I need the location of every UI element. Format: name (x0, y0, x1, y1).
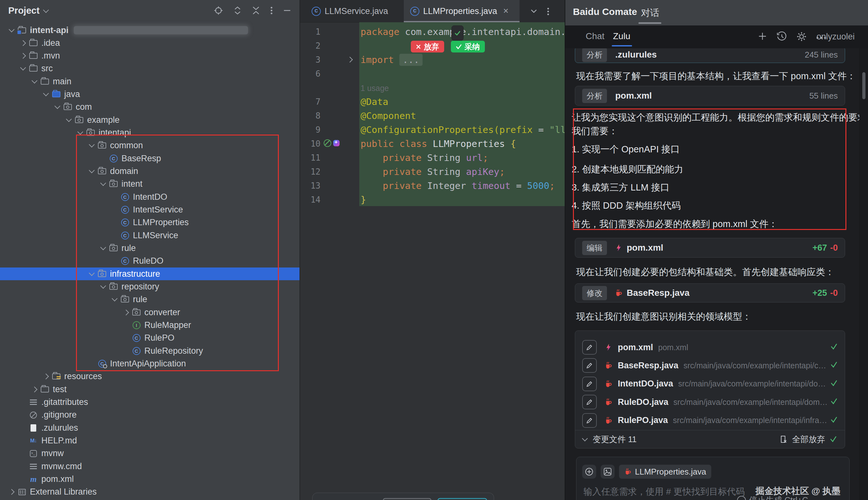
diff-approve-check[interactable] (451, 25, 464, 41)
tree-item-src[interactable]: src (0, 62, 300, 75)
collapse-all-icon[interactable] (252, 6, 260, 15)
tree-item-baseresp[interactable]: CBaseResp (0, 152, 300, 165)
tab-llmservice[interactable]: C LLMService.java (305, 0, 395, 22)
tree-item-repository[interactable]: repository (0, 281, 300, 293)
tree-item-ruledo[interactable]: CRuleDO (0, 255, 300, 268)
tree-item--gitattributes[interactable]: .gitattributes (0, 396, 300, 409)
tree-item-intent-api[interactable]: intent-api (0, 24, 300, 37)
mode-chat[interactable]: Chat (586, 31, 604, 41)
tree-item-rulemapper[interactable]: IRuleMapper (0, 319, 300, 332)
chevron-down-icon[interactable] (66, 116, 71, 122)
tree-item-common[interactable]: common (0, 139, 300, 152)
analysis-card-zulurules[interactable]: 分析 .zulurules 245 lines (575, 48, 845, 63)
tree-item--gitignore[interactable]: .gitignore (0, 409, 300, 421)
tree-item-mvnw[interactable]: mvnw (0, 447, 300, 460)
chevron-down-icon[interactable] (43, 7, 49, 13)
popup-primary-button[interactable] (438, 498, 487, 500)
expand-collapse-icon[interactable] (233, 6, 242, 15)
check-icon[interactable] (830, 361, 838, 370)
tree-item-rulepo[interactable]: CRulePO (0, 332, 300, 344)
tree-item-mvnw-cmd[interactable]: mvnw.cmd (0, 460, 300, 473)
tree-item-rule[interactable]: rule (0, 242, 300, 255)
chevron-right-icon[interactable] (123, 309, 129, 315)
edit-file-icon[interactable] (582, 340, 597, 355)
edit-card-pom[interactable]: 编辑 pom.xml +67-0 (575, 238, 845, 258)
project-panel-title[interactable]: Project (8, 5, 39, 16)
discard-all-label[interactable]: 全部放弃 (792, 434, 825, 445)
chat-scrollbar-thumb[interactable] (862, 72, 866, 99)
prompt-placeholder[interactable]: 输入任意需求，使用 # 更快找到目标代码 (583, 486, 745, 498)
tree-item-intentservice[interactable]: CIntentService (0, 204, 300, 216)
chevron-down-icon[interactable] (32, 78, 37, 83)
close-icon[interactable]: ✕ (503, 7, 509, 15)
new-chat-icon[interactable] (757, 31, 767, 43)
chevron-down-icon[interactable] (100, 283, 106, 288)
chevron-down-icon[interactable] (54, 103, 60, 109)
tree-item-llmservice[interactable]: CLLMService (0, 229, 300, 242)
changed-file-row[interactable]: pom.xmlpom.xml (575, 339, 845, 356)
chevron-down-icon[interactable] (20, 65, 26, 71)
spring-bean-gutter-icon[interactable] (324, 139, 331, 147)
tree-item-intentapiapplication[interactable]: CIntentApiApplication (0, 357, 300, 370)
gear-icon[interactable] (796, 31, 807, 43)
edit-file-icon[interactable] (582, 395, 597, 409)
hide-panel-icon[interactable] (283, 6, 291, 15)
history-icon[interactable] (776, 31, 787, 43)
locate-file-icon[interactable] (214, 6, 223, 15)
tree-item-intentdo[interactable]: CIntentDO (0, 191, 300, 203)
tab-llmproperties[interactable]: C LLMProperties.java ✕ (404, 0, 520, 22)
chevron-down-icon[interactable] (77, 129, 83, 135)
code-editor[interactable]: 1package com.example.intentapi.domain.i2… (300, 22, 565, 500)
discard-button[interactable]: 放弃 (411, 41, 444, 53)
chevron-down-icon[interactable] (89, 167, 94, 173)
chevron-down-icon[interactable] (89, 142, 94, 148)
chevron-down-icon[interactable] (582, 435, 588, 441)
chevron-down-icon[interactable] (112, 296, 117, 302)
tree-item-converter[interactable]: converter (0, 306, 300, 319)
tree-item-com[interactable]: com (0, 101, 300, 114)
tree-item-external-libraries[interactable]: External Libraries (0, 486, 300, 498)
changed-file-row[interactable]: IntentDO.javasrc/main/java/com/example/i… (575, 375, 845, 393)
chevron-down-icon[interactable] (100, 244, 106, 250)
accept-button[interactable]: 采纳 (451, 41, 485, 53)
chevron-down-icon[interactable] (89, 270, 94, 276)
tree-item-domain[interactable]: domain (0, 165, 300, 178)
check-icon[interactable] (830, 398, 838, 406)
discard-all-icon[interactable] (780, 435, 788, 443)
chevron-right-icon[interactable] (32, 386, 37, 392)
chevron-right-icon[interactable] (43, 374, 49, 379)
tree-item-intentapi[interactable]: intentapi (0, 127, 300, 139)
tree-item--zulurules[interactable]: .zulurules (0, 421, 300, 434)
tree-item-intent[interactable]: intent (0, 178, 300, 191)
chevron-down-icon[interactable] (100, 180, 106, 186)
changed-file-row[interactable]: RuleDO.javasrc/main/java/com/example/int… (575, 394, 845, 411)
image-icon[interactable] (601, 465, 615, 479)
tab-conversation[interactable]: 对话 (641, 7, 659, 19)
tree-item-llmproperties[interactable]: CLLMProperties (0, 216, 300, 229)
tree-item-example[interactable]: example (0, 114, 300, 126)
edit-file-icon[interactable] (582, 377, 597, 391)
chat-scrollbar-track[interactable] (859, 48, 868, 500)
chevron-right-icon[interactable] (20, 40, 26, 46)
chevron-right-icon[interactable] (20, 53, 26, 58)
modify-card-baseresp[interactable]: 修改 BaseResp.java +25-0 (575, 283, 845, 303)
chevron-down-icon[interactable] (43, 90, 49, 96)
tree-item--mvn[interactable]: .mvn (0, 49, 300, 62)
tree-item-resources[interactable]: resources (0, 370, 300, 383)
username[interactable]: onlyzuolei (817, 32, 855, 42)
tree-item-rule[interactable]: rule (0, 293, 300, 306)
check-icon[interactable] (830, 436, 837, 443)
tree-item-scratches-and-consoles[interactable]: Scratches and Consoles (0, 498, 300, 500)
fold-chevron-icon[interactable] (347, 57, 352, 62)
check-icon[interactable] (830, 416, 838, 424)
analysis-card-pom[interactable]: 分析 pom.xml 55 lines (575, 86, 845, 106)
tree-item-rulerepository[interactable]: CRuleRepository (0, 344, 300, 357)
tree-item-test[interactable]: test (0, 383, 300, 396)
tree-item-infrastructure[interactable]: infrastructure (0, 268, 300, 280)
tree-item--idea[interactable]: .idea (0, 37, 300, 49)
prompt-input-card[interactable]: LLMProperties.java 输入任意需求，使用 # 更快找到目标代码 … (576, 457, 849, 500)
tab-list-chevron-icon[interactable] (530, 7, 538, 16)
configuration-gutter-icon[interactable] (333, 140, 339, 146)
chevron-right-icon[interactable] (9, 489, 14, 495)
check-icon[interactable] (830, 380, 838, 388)
